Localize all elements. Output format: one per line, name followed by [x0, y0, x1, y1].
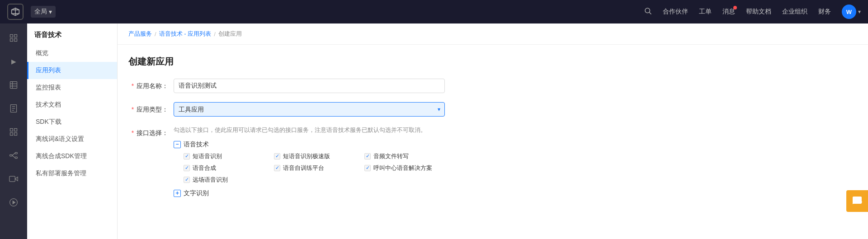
page-content: 创建新应用 * 应用名称： * 应用类型： [118, 45, 868, 239]
message-link[interactable]: 消息 [722, 8, 735, 16]
finance-link[interactable]: 财务 [818, 8, 831, 16]
voice-options: ✓ 短语音识别 ✓ 短语音识别极速版 [174, 152, 445, 184]
sidebar-icon-play[interactable] [3, 192, 24, 213]
checkbox-far-field[interactable]: ✓ [184, 177, 190, 183]
work-order-link[interactable]: 工单 [699, 8, 712, 16]
avatar[interactable]: W [842, 5, 856, 19]
interface-group-text-header: ＋ 文字识别 [174, 189, 445, 197]
checkbox-audio-convert[interactable]: ✓ [364, 153, 371, 159]
sidebar-item-SDK下载[interactable]: SDK下载 [27, 113, 117, 131]
svg-rect-20 [10, 133, 13, 136]
sidebar-item-应用列表[interactable]: 应用列表 [27, 62, 117, 79]
svg-rect-21 [14, 133, 17, 136]
app-type-select-wrap: 工具应用 其他 ▾ [174, 102, 445, 117]
option-voice-train: ✓ 语音自训练平台 [274, 164, 364, 172]
floating-feedback-btn[interactable] [846, 190, 868, 212]
global-selector[interactable]: 全局 ▾ [31, 6, 56, 18]
app-name-wrap [174, 79, 445, 93]
group-label-voice: 语音技术 [184, 141, 209, 149]
breadcrumb-sep-1: / [155, 31, 156, 37]
app-type-select[interactable]: 工具应用 其他 [174, 102, 445, 117]
sidebar-icon-doc[interactable] [3, 98, 24, 119]
svg-marker-30 [13, 201, 15, 204]
app-type-label: * 应用类型： [128, 102, 174, 117]
svg-rect-6 [10, 35, 13, 37]
sidebar-icon-grid[interactable] [3, 121, 24, 143]
breadcrumb-app-list[interactable]: 语音技术 - 应用列表 [159, 30, 212, 38]
expand-text-btn[interactable]: ＋ [174, 190, 181, 197]
option-far-field: ✓ 远场语音识别 [184, 176, 274, 184]
required-star: * [132, 82, 134, 89]
logo [7, 4, 24, 20]
svg-marker-27 [15, 177, 18, 181]
global-label: 全局 [34, 8, 47, 16]
sidebar-icon-video[interactable] [3, 168, 24, 190]
message-badge [733, 6, 737, 9]
sidebar-icon-dashboard[interactable] [3, 27, 24, 49]
checkbox-short-voice-fast[interactable]: ✓ [274, 153, 280, 159]
left-menu-list: 概览应用列表监控报表技术文档SDK下载离线词&语义设置离线合成SDK管理私有部署… [27, 45, 117, 182]
svg-rect-22 [10, 155, 12, 156]
form-row-interface: * 接口选择： 勾选以下接口，使此应用可以请求已勾选的接口服务，注意语音技术服务… [128, 126, 857, 203]
interface-group-voice: － 语音技术 ✓ 短语音识别 [174, 141, 445, 184]
sidebar-item-私有部署服务管理[interactable]: 私有部署服务管理 [27, 165, 117, 182]
required-star-2: * [132, 106, 134, 113]
svg-rect-24 [15, 157, 17, 158]
sidebar-item-离线词&语义设置[interactable]: 离线词&语义设置 [27, 131, 117, 148]
option-audio-convert: ✓ 音频文件转写 [364, 152, 455, 160]
breadcrumb-product[interactable]: 产品服务 [128, 30, 152, 38]
enterprise-link[interactable]: 企业组织 [782, 8, 807, 16]
interface-label: * 接口选择： [128, 126, 174, 140]
sidebar-item-监控报表[interactable]: 监控报表 [27, 79, 117, 96]
breadcrumb-current: 创建应用 [218, 30, 242, 38]
sidebar-item-概览[interactable]: 概览 [27, 45, 117, 62]
collapse-voice-btn[interactable]: － [174, 141, 181, 148]
top-nav-right: 合作伙伴 工单 消息 帮助文档 企业组织 财务 W ▾ [644, 5, 861, 19]
interface-group-voice-header: － 语音技术 [174, 141, 445, 149]
svg-point-4 [645, 8, 650, 13]
interface-group-text: ＋ 文字识别 [174, 189, 445, 197]
page-title: 创建新应用 [128, 56, 857, 68]
app-name-input[interactable] [174, 79, 445, 93]
app-name-label: * 应用名称： [128, 79, 174, 93]
avatar-chevron: ▾ [858, 9, 861, 15]
search-icon[interactable] [644, 7, 652, 17]
svg-line-25 [12, 153, 15, 155]
sidebar-icon-table[interactable] [3, 74, 24, 96]
svg-rect-23 [15, 152, 17, 154]
sidebar-icon-network[interactable] [3, 145, 24, 166]
content-area: 产品服务 / 语音技术 - 应用列表 / 创建应用 创建新应用 * 应用名称： [118, 23, 868, 239]
left-menu: 语音技术 概览应用列表监控报表技术文档SDK下载离线词&语义设置离线合成SDK管… [27, 23, 118, 239]
breadcrumb-sep-2: / [214, 31, 216, 37]
sidebar-icon-expand[interactable]: ▶ [3, 51, 24, 72]
option-voice-synthesis: ✓ 语音合成 [184, 164, 274, 172]
top-navigation: 全局 ▾ 合作伙伴 工单 消息 帮助文档 企业组织 财务 W ▾ [0, 0, 868, 23]
option-call-center: ✓ 呼叫中心语音解决方案 [364, 164, 455, 172]
interface-desc: 勾选以下接口，使此应用可以请求已勾选的接口服务，注意语音技术服务已默认勾选并不可… [174, 126, 445, 135]
checkbox-voice-synthesis[interactable]: ✓ [184, 165, 190, 171]
svg-rect-7 [14, 35, 17, 37]
avatar-group[interactable]: W ▾ [842, 5, 861, 19]
interface-wrap: 勾选以下接口，使此应用可以请求已勾选的接口服务，注意语音技术服务已默认勾选并不可… [174, 126, 445, 203]
checkbox-voice-train[interactable]: ✓ [274, 165, 280, 171]
partner-link[interactable]: 合作伙伴 [663, 8, 688, 16]
checkbox-call-center[interactable]: ✓ [364, 165, 371, 171]
svg-rect-19 [14, 129, 17, 131]
sidebar-item-离线合成SDK管理[interactable]: 离线合成SDK管理 [27, 148, 117, 165]
help-docs-link[interactable]: 帮助文档 [746, 8, 771, 16]
left-menu-title: 语音技术 [27, 31, 117, 45]
checkbox-short-voice[interactable]: ✓ [184, 153, 190, 159]
svg-rect-8 [10, 39, 13, 42]
option-short-voice-fast: ✓ 短语音识别极速版 [274, 152, 364, 160]
svg-rect-28 [9, 176, 15, 182]
sidebar-item-技术文档[interactable]: 技术文档 [27, 96, 117, 113]
app-type-wrap: 工具应用 其他 ▾ [174, 102, 445, 117]
chevron-down-icon: ▾ [49, 8, 52, 15]
sidebar-icons: ▶ [0, 23, 27, 239]
svg-line-5 [649, 12, 651, 14]
main-layout: ▶ [0, 23, 868, 239]
svg-line-26 [12, 155, 15, 158]
breadcrumb: 产品服务 / 语音技术 - 应用列表 / 创建应用 [118, 23, 868, 45]
form-row-app-name: * 应用名称： [128, 79, 857, 93]
svg-rect-9 [14, 39, 17, 42]
